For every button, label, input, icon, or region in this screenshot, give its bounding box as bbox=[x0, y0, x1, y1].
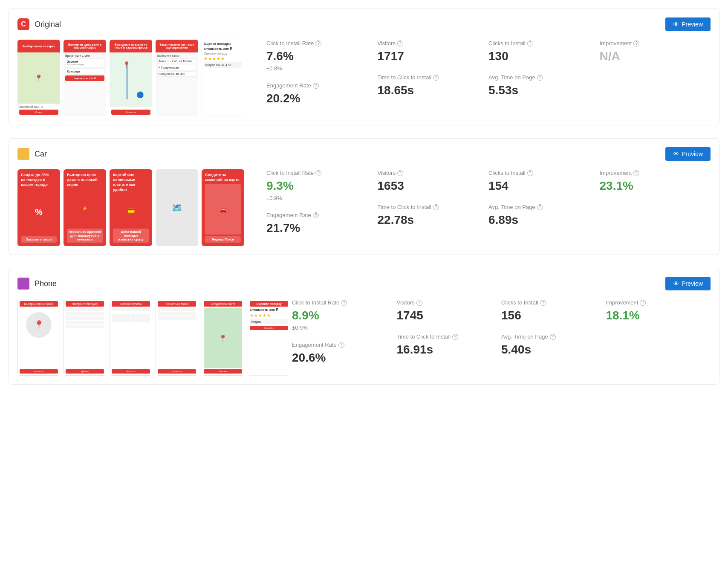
metric-car-improvement: Improvement ? 23.1% bbox=[600, 169, 711, 193]
screenshot-car-1: Скидка до 25%на поездки в вашем городе %… bbox=[17, 169, 60, 246]
preview-button-original[interactable]: 👁 Preview bbox=[665, 17, 711, 31]
preview-button-phone[interactable]: 👁 Preview bbox=[665, 277, 711, 290]
metric-car-improvement-value: 23.1% bbox=[600, 179, 711, 193]
metric-phone-atop-value: 5.40s bbox=[501, 342, 606, 357]
metric-phone-cir-label: Click to Install Rate ? bbox=[292, 299, 397, 307]
variant-icon-original: C bbox=[17, 18, 29, 30]
metric-atop-label: Avg. Time on Page ? bbox=[488, 74, 600, 81]
metric-car-cti: Clicks to Install ? 154 bbox=[488, 169, 600, 193]
review-card: Оценка поездки Стоимость 280 ₽ Оцените п… bbox=[202, 40, 244, 116]
help-icon-cti[interactable]: ? bbox=[527, 41, 533, 46]
metric-phone-atop: Avg. Time on Page ? 5.40s bbox=[501, 333, 606, 357]
metric-ttci: Time to Click to Install ? 18.65s bbox=[378, 74, 489, 98]
screenshot-phone-2: Настройте поездку Далее bbox=[64, 299, 106, 376]
phone-header-2: Настройте поездку bbox=[66, 301, 104, 307]
metric-improvement-value: N/A bbox=[600, 49, 711, 64]
metric-phone-improvement-value: 18.1% bbox=[606, 308, 711, 323]
phone-ss-1: Быстрый поиск такси 📍 Заказать bbox=[17, 299, 60, 376]
car-btn-5: Яндекс Такси bbox=[205, 236, 241, 243]
metric-phone-visitors-value: 1745 bbox=[397, 308, 502, 323]
metric-car-cir: Click to Install Rate ? 9.3% ±0.9% bbox=[266, 169, 378, 201]
metric-phone-cir: Click to Install Rate ? 8.9% ±0.9% bbox=[292, 299, 397, 331]
phone-btn-4: Заказать bbox=[158, 369, 196, 374]
help-icon-car-cti[interactable]: ? bbox=[527, 170, 533, 176]
metric-visitors-value: 1717 bbox=[378, 49, 489, 64]
ss-label: Выгодная цена даже в высокий спрос bbox=[64, 40, 106, 52]
car-text-2: Выгодная цена даже в высокий спрос bbox=[67, 173, 103, 188]
help-icon-car-visitors[interactable]: ? bbox=[397, 170, 403, 176]
metric-visitors: Visitors ? 1717 bbox=[378, 40, 489, 64]
screenshot-car-3: Картой или наличнымиплатите как удобно 💳… bbox=[110, 169, 152, 246]
car-ss-5: Следите за машиной на карте 🚗 Яндекс Так… bbox=[202, 169, 244, 246]
screenshot-phone-3: Способ оплаты Выбрать bbox=[110, 299, 152, 376]
metric-phone-visitors-label: Visitors ? bbox=[397, 299, 502, 307]
metric-car-cir-sub: ±0.9% bbox=[266, 195, 378, 201]
phone-review: Оцените поездку Стоимость 350 ₽ ★★★★★ Ян… bbox=[248, 299, 290, 376]
metrics-phone-col-3: Clicks to Install ? 156 Avg. Time on Pag… bbox=[501, 299, 606, 376]
variant-content-phone: Быстрый поиск такси 📍 Заказать Настройте… bbox=[17, 299, 711, 376]
help-icon-car-atop[interactable]: ? bbox=[537, 204, 543, 210]
ss-label: Выбор точки на карте bbox=[17, 40, 60, 52]
metric-improvement: Improvement ? N/A bbox=[600, 40, 711, 64]
help-icon-phone-er[interactable]: ? bbox=[338, 342, 344, 348]
variant-icon-phone bbox=[17, 278, 29, 290]
screenshot-phone-1: Быстрый поиск такси 📍 Заказать bbox=[17, 299, 60, 376]
metric-atop: Avg. Time on Page ? 5.53s bbox=[488, 74, 600, 98]
ss-map bbox=[17, 52, 60, 104]
preview-button-car[interactable]: 👁 Preview bbox=[665, 147, 711, 161]
screenshot-car-4: 🗺️ bbox=[156, 169, 198, 246]
help-icon-car-er[interactable]: ? bbox=[313, 212, 319, 218]
metrics-car-col-2: Visitors ? 1653 Time to Click to Install… bbox=[378, 169, 489, 246]
metrics-original: Click to Install Rate ? 7.6% ±0.8% Engag… bbox=[266, 40, 711, 116]
screenshot-phone-5: Следите на карте 📍 Готово bbox=[202, 299, 244, 376]
metric-car-atop-label: Avg. Time on Page ? bbox=[488, 203, 600, 211]
ss-bottom: Земляной Вал, 8 Старт bbox=[17, 104, 60, 116]
metric-phone-visitors: Visitors ? 1745 bbox=[397, 299, 502, 323]
metric-er: Engagement Rate ? 20.2% bbox=[266, 82, 378, 106]
help-icon-cir[interactable]: ? bbox=[315, 41, 321, 46]
phone-btn-2: Далее bbox=[66, 369, 104, 374]
car-text-5: Следите за машиной на карте bbox=[205, 173, 241, 183]
phone-ss-5: Следите на карте 📍 Готово bbox=[202, 299, 244, 376]
screenshot-1: Выбор точки на карте Земляной Вал, 8 Ста… bbox=[17, 40, 60, 116]
metric-ttci-value: 18.65s bbox=[378, 83, 489, 98]
phone-body-2 bbox=[66, 308, 104, 368]
car-label-2: Несколько адресовдля маршрутов с пунктам… bbox=[67, 229, 103, 243]
car-text-1: Скидка до 25%на поездки в вашем городе bbox=[21, 173, 57, 188]
metric-car-er: Engagement Rate ? 21.7% bbox=[266, 212, 378, 235]
help-icon-car-cir[interactable]: ? bbox=[315, 170, 321, 176]
help-icon-visitors[interactable]: ? bbox=[397, 41, 403, 46]
metric-er-label: Engagement Rate ? bbox=[266, 82, 378, 90]
metric-car-atop-value: 6.89s bbox=[488, 213, 600, 227]
ss-btn: Старт bbox=[19, 110, 58, 115]
metric-atop-value: 5.53s bbox=[488, 83, 600, 98]
help-icon-atop[interactable]: ? bbox=[537, 75, 543, 81]
metric-phone-er-value: 20.6% bbox=[292, 351, 397, 365]
variant-phone: Phone 👁 Preview Быстрый поиск такси 📍 За… bbox=[9, 268, 719, 385]
metric-phone-ttci-label: Time to Click to Install ? bbox=[397, 333, 502, 341]
preview-label-original: Preview bbox=[682, 21, 703, 28]
help-icon-car-improvement[interactable]: ? bbox=[633, 170, 639, 176]
help-icon-phone-improvement[interactable]: ? bbox=[640, 300, 646, 306]
preview-label-phone: Preview bbox=[682, 280, 703, 287]
help-icon-car-ttci[interactable]: ? bbox=[433, 204, 439, 210]
help-icon-ttci[interactable]: ? bbox=[433, 75, 439, 81]
variant-content-car: Скидка до 25%на поездки в вашем городе %… bbox=[17, 169, 711, 246]
ss-btn: Заказать bbox=[111, 110, 150, 115]
variant-name-car: Car bbox=[35, 150, 660, 159]
help-icon-phone-cti[interactable]: ? bbox=[540, 300, 546, 306]
help-icon-phone-atop[interactable]: ? bbox=[550, 334, 556, 340]
help-icon-phone-visitors[interactable]: ? bbox=[416, 300, 422, 306]
phone-header-3: Способ оплаты bbox=[112, 301, 150, 307]
help-icon-improvement[interactable]: ? bbox=[633, 41, 639, 46]
metric-phone-er-label: Engagement Rate ? bbox=[292, 341, 397, 349]
metric-phone-cir-value: 8.9% bbox=[292, 308, 397, 323]
car-ss-1: Скидка до 25%на поездки в вашем городе %… bbox=[17, 169, 60, 246]
help-icon-phone-ttci[interactable]: ? bbox=[452, 334, 458, 340]
help-icon-er[interactable]: ? bbox=[313, 83, 319, 89]
metric-car-cti-value: 154 bbox=[488, 179, 600, 193]
car-text-3: Картой или наличнымиплатите как удобно bbox=[113, 173, 149, 193]
phone-ss-3: Способ оплаты Выбрать bbox=[110, 299, 152, 376]
car-ss-2: Выгодная цена даже в высокий спрос ⚡ Нес… bbox=[64, 169, 106, 246]
help-icon-phone-cir[interactable]: ? bbox=[341, 300, 347, 306]
